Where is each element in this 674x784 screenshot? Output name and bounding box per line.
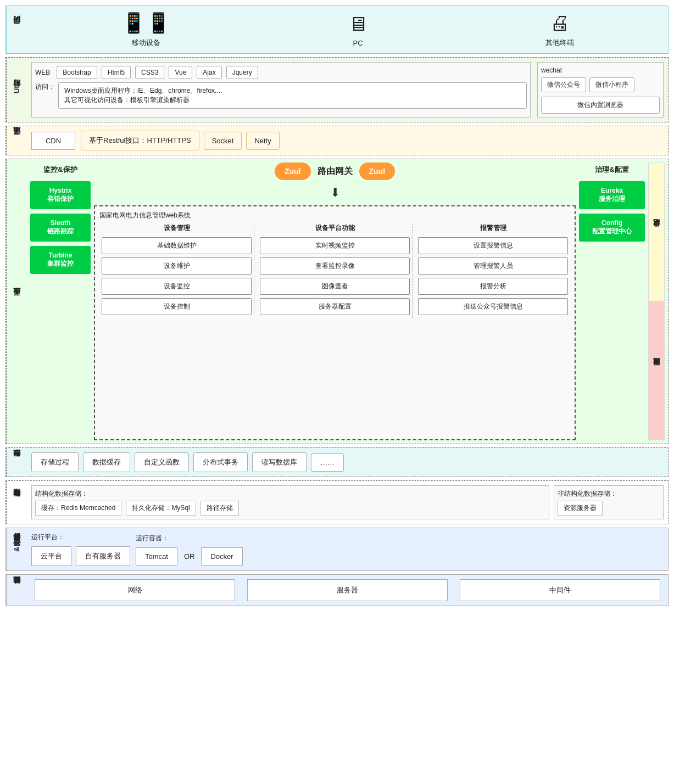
server-box: 服务器 xyxy=(247,579,448,601)
push-alert-btn[interactable]: 推送公众号报警信息 xyxy=(418,298,568,315)
own-server: 自有服务器 xyxy=(76,546,130,566)
wechat-browser: 微信内置浏览器 xyxy=(541,97,660,114)
cdn-box: CDN xyxy=(31,132,75,150)
access-box: Windows桌面应用程序：IE、Edg、chrome、firefox....其… xyxy=(58,82,527,109)
storage-label: 数据存储 xyxy=(6,481,27,524)
alert-mgmt-title: 报警管理 xyxy=(418,223,568,233)
path-box: 路径存储 xyxy=(200,501,239,516)
wechat-official: 微信公众号 xyxy=(541,77,586,92)
access-layer: 访问层 📱📱 移动设备 🖥 PC 🖨 其他终端 xyxy=(5,5,669,54)
runtime-label: 运行平台&部署容器 xyxy=(6,528,27,570)
biz-label: 业务层 xyxy=(6,159,27,444)
config-btn[interactable]: Config配置管理中心 xyxy=(579,214,645,242)
data-layer: 数据层 存储过程 数据缓存 自定义函数 分布式事务 读写数据库 …… xyxy=(5,447,669,477)
system-box: 国家电网电力信息管理web系统 设备管理 基础数据维护 设备维护 设备监控 设备… xyxy=(94,205,576,440)
frontend-label: 前端UI xyxy=(6,58,27,122)
wechat-label: wechat xyxy=(541,66,562,74)
stored-proc: 存储过程 xyxy=(31,452,79,472)
tech-html5: Html5 xyxy=(102,66,131,79)
realtime-video-btn[interactable]: 实时视频监控 xyxy=(260,237,410,254)
unstructured-title: 非结构化数据存储： xyxy=(558,489,660,499)
access-label-text: 访问： xyxy=(35,82,55,92)
other-label: 其他终端 xyxy=(545,38,574,48)
device-monitor-btn[interactable]: 设备监控 xyxy=(102,278,252,295)
device-control-btn[interactable]: 设备控制 xyxy=(102,298,252,315)
sleuth-btn[interactable]: Sleuth链路跟踪 xyxy=(30,214,91,242)
mobile-icon: 📱📱 xyxy=(121,12,171,35)
tech-ajax: Ajax xyxy=(197,66,221,79)
gateway-arrow: ⬇ xyxy=(330,186,340,200)
alert-mgmt-col: 报警管理 设置报警信息 管理报警人员 报警分析 推送公众号报警信息 xyxy=(416,223,570,318)
basic-data-btn[interactable]: 基础数据维护 xyxy=(102,237,252,254)
gateway-col: Zuul 路由网关 Zuul ⬇ 国家电网电力信息管理web系统 设备管理 xyxy=(94,163,576,440)
manage-alert-person-btn[interactable]: 管理报警人员 xyxy=(418,257,568,275)
custom-func: 自定义函数 xyxy=(135,452,189,472)
cloud-platform: 云平台 xyxy=(31,546,71,566)
platform-func-col: 设备平台功能 实时视频监控 查看监控录像 图像查看 服务器配置 xyxy=(258,223,413,318)
persist-box: 持久化存储：MySql xyxy=(126,501,196,516)
frontend-layer: 前端UI WEB Bootstrap Html5 CSS3 Vue Ajax J… xyxy=(5,57,669,122)
container-section: 运行容器： Tomcat OR Docker xyxy=(136,534,243,565)
set-alert-btn[interactable]: 设置报警信息 xyxy=(418,237,568,254)
infra-label: 基础设施 xyxy=(6,575,27,606)
equipment-mgmt-col: 设备管理 基础数据维护 设备维护 设备监控 设备控制 xyxy=(99,223,254,318)
restful-box: 基于Restful接口：HTTP/HTTPS xyxy=(81,131,199,150)
network-box: 网络 xyxy=(35,579,235,601)
socket-box: Socket xyxy=(204,132,242,150)
structured-section: 结构化数据存储： 缓存：Redis Memcached 持久化存储：MySql … xyxy=(31,485,549,519)
monitor-title: 监控&保护 xyxy=(30,163,91,177)
container-title: 运行容器： xyxy=(136,534,243,543)
web-label: WEB xyxy=(35,69,50,76)
platform-section: 运行平台： 云平台 自有服务器 xyxy=(31,533,130,566)
access-label: 访问层 xyxy=(6,6,27,53)
platform-func-title: 设备平台功能 xyxy=(260,223,410,233)
view-recording-btn[interactable]: 查看监控录像 xyxy=(260,257,410,275)
zuul-right-btn[interactable]: Zuul xyxy=(359,163,396,180)
right-sidebar: 日志记录 权限控制 xyxy=(648,163,665,440)
data-cache: 数据缓存 xyxy=(83,452,130,472)
equip-mgmt-title: 设备管理 xyxy=(102,223,252,233)
mobile-device: 📱📱 移动设备 xyxy=(121,12,171,48)
mobile-label: 移动设备 xyxy=(132,38,160,48)
server-config-btn[interactable]: 服务器配置 xyxy=(260,298,410,315)
other-icon: 🖨 xyxy=(550,12,570,35)
govern-col: 治理&配置 Eureka服务治理 Config配置管理中心 xyxy=(579,163,645,440)
infra-layer: 基础设施 网络 服务器 中间件 xyxy=(5,574,669,606)
hystrix-btn[interactable]: Hystrix容错保护 xyxy=(30,181,91,209)
log-section: 日志记录 xyxy=(648,163,665,301)
pc-label: PC xyxy=(353,39,363,47)
image-view-btn[interactable]: 图像查看 xyxy=(260,278,410,295)
access-text: Windows桌面应用程序：IE、Edg、chrome、firefox....其… xyxy=(64,86,521,105)
device-maint-btn[interactable]: 设备维护 xyxy=(102,257,252,275)
resource-box: 资源服务器 xyxy=(558,501,603,516)
gateway-label: 路由网关 xyxy=(317,166,353,177)
system-title: 国家电网电力信息管理web系统 xyxy=(99,211,570,220)
tech-bootstrap: Bootstrap xyxy=(57,66,97,79)
platform-title: 运行平台： xyxy=(31,533,130,542)
runtime-layer: 运行平台&部署容器 运行平台： 云平台 自有服务器 运行容器： Tomcat O… xyxy=(5,528,669,571)
dist-txn: 分布式事务 xyxy=(193,452,248,472)
more-items: …… xyxy=(311,453,344,472)
unstructured-section: 非结构化数据存储： 资源服务器 xyxy=(554,485,664,519)
turbine-btn[interactable]: Turbine集群监控 xyxy=(30,246,91,274)
wechat-mini: 微信小程序 xyxy=(589,77,634,92)
docker-box: Docker xyxy=(201,547,242,565)
cache-box: 缓存：Redis Memcached xyxy=(35,501,121,516)
eureka-btn[interactable]: Eureka服务治理 xyxy=(579,181,645,209)
comm-label: 通讯层 xyxy=(6,126,27,155)
auth-section: 权限控制 xyxy=(648,301,665,440)
govern-title: 治理&配置 xyxy=(579,163,645,177)
zuul-left-btn[interactable]: Zuul xyxy=(275,163,311,180)
pc-device: 🖥 PC xyxy=(348,13,368,47)
tech-vue: Vue xyxy=(169,66,192,79)
alert-analysis-btn[interactable]: 报警分析 xyxy=(418,278,568,295)
rw-db: 读写数据库 xyxy=(252,452,307,472)
storage-layer: 数据存储 结构化数据存储： 缓存：Redis Memcached 持久化存储：M… xyxy=(5,480,669,524)
other-device: 🖨 其他终端 xyxy=(545,12,574,48)
pc-icon: 🖥 xyxy=(348,13,368,36)
or-label: OR xyxy=(182,552,197,561)
middleware-box: 中间件 xyxy=(460,579,660,601)
monitor-col: 监控&保护 Hystrix容错保护 Sleuth链路跟踪 Turbine集群监控 xyxy=(30,163,91,440)
business-layer: 业务层 监控&保护 Hystrix容错保护 Sleuth链路跟踪 Turbine… xyxy=(5,159,669,444)
comm-layer: 通讯层 CDN 基于Restful接口：HTTP/HTTPS Socket Ne… xyxy=(5,126,669,155)
